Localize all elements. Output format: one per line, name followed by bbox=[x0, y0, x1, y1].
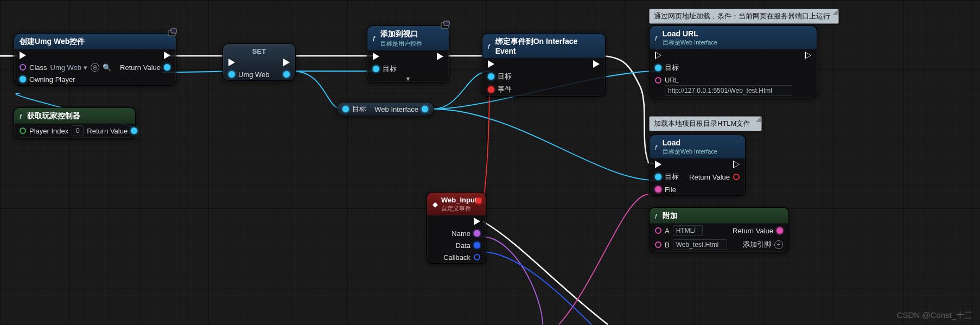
exec-out-pin[interactable] bbox=[733, 161, 740, 168]
event-pin[interactable] bbox=[488, 86, 494, 93]
event-icon: ◆ bbox=[432, 200, 438, 208]
file-pin[interactable] bbox=[655, 186, 661, 193]
target-in-pin[interactable] bbox=[342, 106, 349, 112]
return-pin[interactable] bbox=[777, 227, 783, 234]
comment-load[interactable]: 加载本地项目根目录HTLM文件 bbox=[649, 116, 762, 131]
node-load[interactable]: fLoad目标是Web Interface 目标 Return Value Fi… bbox=[649, 135, 746, 196]
b-pin[interactable] bbox=[655, 241, 661, 248]
url-pin[interactable] bbox=[655, 77, 661, 84]
player-index-pin[interactable] bbox=[20, 128, 26, 134]
add-pin-button[interactable]: + bbox=[774, 240, 783, 249]
exec-in-pin[interactable] bbox=[488, 60, 494, 68]
function-icon: f bbox=[655, 212, 657, 220]
player-index-input[interactable] bbox=[72, 125, 84, 136]
umgweb-out-pin[interactable] bbox=[283, 71, 290, 78]
exec-in-pin[interactable] bbox=[20, 52, 26, 59]
watermark: CSDN @Const_十三 bbox=[897, 310, 972, 321]
exec-in-pin[interactable] bbox=[228, 59, 235, 66]
set-title: SET bbox=[223, 44, 295, 56]
return-pin[interactable] bbox=[131, 128, 137, 134]
exec-in-pin[interactable] bbox=[655, 161, 661, 168]
exec-in-pin[interactable] bbox=[373, 53, 379, 60]
iface-out-pin[interactable] bbox=[422, 106, 428, 112]
expand-icon[interactable]: ▼ bbox=[367, 75, 449, 82]
owning-player-pin[interactable] bbox=[20, 76, 26, 82]
function-icon: f bbox=[655, 34, 657, 42]
node-web-input-event[interactable]: ◆Web_Input自定义事件 Name Data Callback bbox=[427, 192, 486, 264]
function-icon: f bbox=[655, 143, 657, 151]
return-pin[interactable] bbox=[733, 174, 740, 180]
svg-rect-1 bbox=[171, 29, 176, 33]
target-pin[interactable] bbox=[655, 65, 661, 71]
breakpoint-icon[interactable] bbox=[167, 28, 179, 38]
return-pin[interactable] bbox=[164, 64, 170, 71]
breakpoint-icon[interactable] bbox=[440, 21, 452, 30]
exec-out-pin[interactable] bbox=[593, 60, 600, 68]
exec-out-pin[interactable] bbox=[164, 52, 170, 59]
exec-out-pin[interactable] bbox=[437, 53, 443, 60]
target-pin[interactable] bbox=[488, 73, 494, 80]
node-append[interactable]: f附加 A Return Value B 添加引脚+ bbox=[649, 207, 789, 252]
class-dropdown[interactable]: Umg Web▾ bbox=[50, 63, 88, 72]
exec-out-pin[interactable] bbox=[283, 59, 290, 66]
comment-loadurl[interactable]: 通过网页地址加载，条件：当前网页在服务器端口上运行 bbox=[649, 9, 839, 24]
node-add-to-viewport[interactable]: f添加到视口目标是用户控件 目标 ▼ bbox=[367, 26, 449, 82]
target-pin[interactable] bbox=[655, 174, 661, 180]
search-icon[interactable]: 🔍 bbox=[103, 63, 111, 72]
node-create-widget[interactable]: 创建Umg Web控件 Class Umg Web▾ ⊕ 🔍 Return Va… bbox=[14, 33, 176, 86]
class-pin[interactable] bbox=[20, 64, 26, 71]
a-input[interactable] bbox=[673, 225, 703, 236]
function-icon: f bbox=[488, 42, 490, 50]
callback-pin[interactable] bbox=[474, 254, 480, 260]
svg-rect-3 bbox=[444, 21, 449, 26]
delegate-pin[interactable] bbox=[476, 198, 481, 203]
function-icon: f bbox=[20, 112, 22, 120]
exec-in-pin[interactable] bbox=[655, 52, 661, 59]
b-input[interactable] bbox=[673, 239, 727, 250]
node-get-player-controller[interactable]: f获取玩家控制器 Player Index Return Value bbox=[14, 107, 136, 138]
node-load-url[interactable]: fLoad URL目标是Web Interface 目标 URL bbox=[649, 26, 817, 98]
name-pin[interactable] bbox=[474, 230, 480, 237]
node-bind-event[interactable]: f绑定事件到On Interface Event 目标 事件 bbox=[482, 33, 606, 97]
exec-out-pin[interactable] bbox=[474, 218, 480, 225]
exec-out-pin[interactable] bbox=[805, 52, 811, 59]
url-input[interactable] bbox=[665, 85, 792, 96]
target-pin[interactable] bbox=[373, 66, 379, 72]
function-icon: f bbox=[373, 35, 375, 43]
umgweb-in-pin[interactable] bbox=[228, 71, 235, 78]
data-pin[interactable] bbox=[474, 242, 480, 248]
node-set[interactable]: SET Umg Web bbox=[222, 43, 296, 81]
node-web-interface[interactable]: 目标 Web Interface bbox=[336, 102, 434, 116]
a-pin[interactable] bbox=[655, 227, 661, 234]
node-title: 创建Umg Web控件 bbox=[20, 37, 85, 47]
class-picker-icon[interactable]: ⊕ bbox=[91, 63, 99, 72]
